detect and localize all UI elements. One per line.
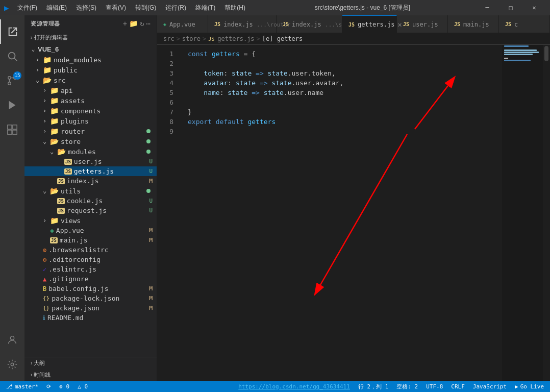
tab-gettersjs[interactable]: JS getters.js ✕ xyxy=(342,15,397,33)
project-root[interactable]: ⌄ VUE_6 xyxy=(24,43,157,55)
svg-marker-5 xyxy=(9,101,16,110)
settings-activity-icon[interactable] xyxy=(0,352,24,377)
code-line-7[interactable]: } xyxy=(180,107,550,117)
tree-item-plugins[interactable]: ›📁plugins xyxy=(24,116,157,126)
tree-item-node-modules[interactable]: ›📁node_modules xyxy=(24,55,157,65)
debug-activity-icon[interactable] xyxy=(0,93,24,117)
tree-item-router[interactable]: ›📁router xyxy=(24,126,157,136)
svg-line-1 xyxy=(14,58,17,61)
indentation-status[interactable]: 空格: 2 xyxy=(394,383,420,390)
file-label: src xyxy=(54,77,153,84)
menu-select[interactable]: 选择(S) xyxy=(72,2,101,14)
tab-appvue[interactable]: ◈ App.vue xyxy=(157,15,208,33)
code-line-5[interactable]: name: state => state.user.name xyxy=(180,88,550,97)
tree-item-components[interactable]: ›📁components xyxy=(24,106,157,116)
git-activity-icon[interactable]: 15 xyxy=(0,68,24,93)
tree-item-package-lock-json[interactable]: {}package-lock.jsonM xyxy=(24,293,157,303)
csdn-link[interactable]: https://blog.csdn.net/qq_43634411 xyxy=(238,383,350,390)
menu-run[interactable]: 运行(R) xyxy=(161,2,190,14)
tab-extra[interactable]: JS c xyxy=(499,15,550,33)
line-ending-status[interactable]: CRLF xyxy=(449,383,467,390)
tree-item--editorconfig[interactable]: ⚙.editorconfig xyxy=(24,255,157,264)
sync-status[interactable]: ⟳ xyxy=(44,383,53,390)
code-line-3[interactable]: token: state => state.user.token, xyxy=(180,68,550,78)
tree-item-README-md[interactable]: ℹREADME.md xyxy=(24,313,157,323)
close-button[interactable]: ✕ xyxy=(522,0,546,15)
scrollbar-thumb[interactable] xyxy=(544,46,548,61)
collapse-icon[interactable]: ⋯ xyxy=(146,19,151,28)
warnings-status[interactable]: △ 0 xyxy=(76,383,90,390)
tab-indexjs-store[interactable]: JS index.js ...\store xyxy=(277,15,342,33)
tree-item-public[interactable]: ›📁public xyxy=(24,65,157,75)
tree-item-getters-js[interactable]: JSgetters.jsU xyxy=(24,166,157,176)
new-file-icon[interactable]: + xyxy=(123,19,127,28)
menu-view[interactable]: 查看(V) xyxy=(102,2,130,14)
live-share-label: Go Live xyxy=(520,383,544,390)
svg-rect-7 xyxy=(13,125,17,129)
breadcrumb-file[interactable]: getters.js xyxy=(217,35,254,42)
minimize-button[interactable]: ─ xyxy=(476,0,499,15)
file-badge: M xyxy=(149,295,153,302)
outline-section[interactable]: › 大纲 xyxy=(24,357,157,369)
tab-mainjs[interactable]: JS main.js xyxy=(448,15,499,33)
status-link[interactable]: https://blog.csdn.net/qq_43634411 xyxy=(236,383,352,390)
tree-item--eslintrc-js[interactable]: ✓.eslintrc.js xyxy=(24,264,157,274)
tree-item-babel-config-js[interactable]: Bbabel.config.jsM xyxy=(24,284,157,293)
tree-item-App-vue[interactable]: ◈App.vueM xyxy=(24,226,157,235)
tree-item-main-js[interactable]: JSmain.jsM xyxy=(24,235,157,245)
breadcrumb-symbol[interactable]: [e] getters xyxy=(262,35,303,42)
code-line-2[interactable] xyxy=(180,59,550,68)
tree-item-api[interactable]: ›📁api xyxy=(24,85,157,95)
encoding-status[interactable]: UTF-8 xyxy=(424,383,445,390)
tree-item-user-js[interactable]: JSuser.jsU xyxy=(24,157,157,166)
menu-help[interactable]: 帮助(H) xyxy=(220,2,249,14)
maximize-button[interactable]: □ xyxy=(499,0,522,15)
git-branch-status[interactable]: ⎇ master* xyxy=(4,383,40,390)
folder-icon: 📁 xyxy=(43,56,52,64)
language-status[interactable]: JavaScript xyxy=(471,383,509,390)
code-line-1[interactable]: const getters = { xyxy=(180,49,550,59)
tab-indexjs-router[interactable]: JS index.js ...\router xyxy=(208,15,277,33)
menu-terminal[interactable]: 终端(T) xyxy=(191,2,219,14)
code-line-6[interactable] xyxy=(180,97,550,107)
tree-item-package-json[interactable]: {}package.jsonM xyxy=(24,303,157,313)
code-editor[interactable]: const getters = { token: state => state.… xyxy=(180,45,550,381)
refresh-icon[interactable]: ↻ xyxy=(140,19,144,28)
scrollbar-track[interactable] xyxy=(543,45,550,381)
menu-goto[interactable]: 转到(G) xyxy=(131,2,160,14)
tree-item-modules[interactable]: ⌄📂modules xyxy=(24,146,157,157)
account-activity-icon[interactable] xyxy=(0,328,24,352)
git-branch-label: master* xyxy=(15,383,38,390)
timeline-section[interactable]: › 时间线 xyxy=(24,369,157,381)
extensions-activity-icon[interactable] xyxy=(0,117,24,142)
menu-edit[interactable]: 编辑(E) xyxy=(42,2,71,14)
explorer-activity-icon[interactable] xyxy=(0,19,24,44)
code-line-8[interactable]: export default getters xyxy=(180,117,550,127)
search-activity-icon[interactable] xyxy=(0,44,24,68)
new-folder-icon[interactable]: 📁 xyxy=(129,19,138,28)
open-editors-section[interactable]: › 打开的编辑器 xyxy=(24,32,157,43)
tree-item-views[interactable]: ›📁views xyxy=(24,215,157,226)
file-label: package.json xyxy=(52,304,147,312)
tree-item-request-js[interactable]: JSrequest.jsU xyxy=(24,206,157,215)
folder-icon: 📁 xyxy=(50,127,59,135)
tree-item--browserslistrc[interactable]: ⚙.browserslistrc xyxy=(24,245,157,255)
code-line-9[interactable] xyxy=(180,127,550,136)
tree-item--gitignore[interactable]: ▲.gitignore xyxy=(24,274,157,284)
errors-status[interactable]: ⊗ 0 xyxy=(57,383,71,390)
breadcrumb-store[interactable]: store xyxy=(182,35,201,42)
tab-userjs[interactable]: JS user.js xyxy=(397,15,448,33)
tree-item-utils[interactable]: ⌄📂utils xyxy=(24,186,157,196)
tree-item-src[interactable]: ⌄📂src xyxy=(24,75,157,85)
tree-item-assets[interactable]: ›📁assets xyxy=(24,95,157,106)
tree-item-store[interactable]: ⌄📂store xyxy=(24,136,157,146)
file-label: utils xyxy=(61,187,146,195)
breadcrumb-src[interactable]: src xyxy=(163,35,174,42)
cursor-position[interactable]: 行 2，列 1 xyxy=(356,383,391,390)
minimap-line-3 xyxy=(504,50,537,51)
code-line-4[interactable]: avatar: state => state.user.avatar, xyxy=(180,78,550,88)
live-share-status[interactable]: ▶ Go Live xyxy=(513,383,546,390)
menu-file[interactable]: 文件(F) xyxy=(13,2,41,14)
tree-item-index-js[interactable]: JSindex.jsM xyxy=(24,176,157,186)
tree-item-cookie-js[interactable]: JScookie.jsU xyxy=(24,196,157,206)
